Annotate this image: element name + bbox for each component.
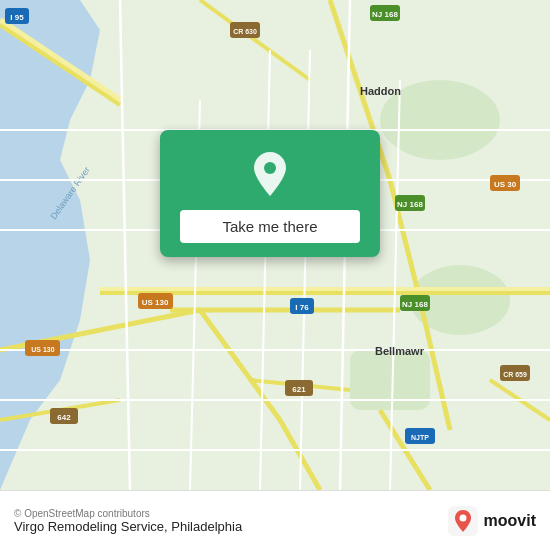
moovit-logo: moovit: [448, 506, 536, 536]
svg-text:CR 630: CR 630: [233, 28, 257, 35]
pin-icon-container: [244, 148, 296, 200]
moovit-brand-icon: [448, 506, 478, 536]
svg-text:US 130: US 130: [31, 346, 54, 353]
location-card: Take me there: [160, 130, 380, 257]
svg-text:US 30: US 30: [494, 180, 517, 189]
osm-credit: © OpenStreetMap contributors: [14, 508, 242, 519]
svg-text:621: 621: [292, 385, 306, 394]
svg-text:CR 659: CR 659: [503, 371, 527, 378]
svg-point-63: [264, 162, 276, 174]
map-container: Delaware River: [0, 0, 550, 490]
svg-text:I 76: I 76: [295, 303, 309, 312]
svg-text:I 95: I 95: [10, 13, 24, 22]
moovit-brand-text: moovit: [484, 512, 536, 530]
svg-text:Bellmawr: Bellmawr: [375, 345, 425, 357]
svg-text:US 130: US 130: [142, 298, 169, 307]
bottom-bar: © OpenStreetMap contributors Virgo Remod…: [0, 490, 550, 550]
svg-text:NJ 168: NJ 168: [397, 200, 423, 209]
svg-point-65: [459, 514, 466, 521]
bottom-info: © OpenStreetMap contributors Virgo Remod…: [14, 508, 242, 534]
svg-text:642: 642: [57, 413, 71, 422]
location-title: Virgo Remodeling Service, Philadelphia: [14, 519, 242, 534]
svg-text:NJ 168: NJ 168: [402, 300, 428, 309]
svg-text:Haddon: Haddon: [360, 85, 401, 97]
take-me-there-button[interactable]: Take me there: [180, 210, 360, 243]
svg-text:NJTP: NJTP: [411, 434, 429, 441]
map-pin-icon: [250, 150, 290, 198]
svg-text:NJ 168: NJ 168: [372, 10, 398, 19]
